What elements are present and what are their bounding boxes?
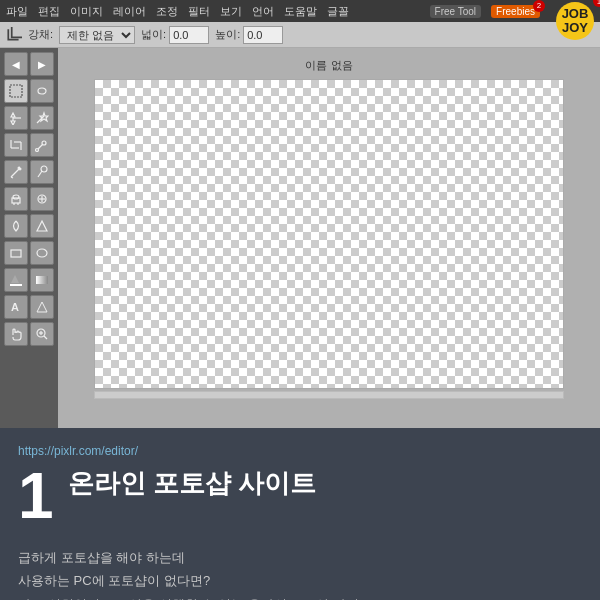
strength-label: 강채:: [28, 27, 53, 42]
free-tool-badge[interactable]: Free Tool 1: [430, 5, 482, 18]
svg-marker-4: [40, 113, 48, 121]
height-field: 높이:: [215, 26, 283, 44]
menu-item-font[interactable]: 글꼴: [327, 4, 349, 19]
svg-rect-25: [11, 250, 21, 257]
move-tool-button[interactable]: [4, 106, 28, 130]
tool-group-nav2: [0, 322, 58, 346]
svg-point-26: [37, 249, 47, 257]
zoom-tool-button[interactable]: [30, 322, 54, 346]
tool-group-shape: [0, 241, 58, 265]
svg-point-9: [42, 141, 46, 145]
crop-icon: [6, 27, 22, 43]
menu-item-image[interactable]: 이미지: [70, 4, 103, 19]
logo: JOB JOY: [556, 2, 594, 40]
gradient-tool-button[interactable]: [30, 268, 54, 292]
toolbar: 강채: 제한 없음 넓이: 높이:: [0, 22, 600, 48]
bottom-desc: 급하게 포토샵을 해야 하는데 사용하는 PC에 포토샵이 없다면? 따로 설치…: [18, 546, 582, 600]
strength-select[interactable]: 제한 없음: [59, 26, 135, 44]
freebies-count: 2: [533, 0, 545, 12]
stamp-tool-button[interactable]: [4, 187, 28, 211]
toolbox: ◀ ▶: [0, 48, 58, 428]
marquee-tool-button[interactable]: [4, 79, 28, 103]
bottom-title: 온라인 포토샵 사이트: [68, 468, 316, 499]
blur-tool-button[interactable]: [4, 214, 28, 238]
height-label: 높이:: [215, 27, 240, 42]
next-nav-button[interactable]: ▶: [30, 52, 54, 76]
svg-line-12: [11, 169, 19, 177]
menu-item-lang[interactable]: 언어: [252, 4, 274, 19]
tool-group-crop: [0, 133, 58, 157]
desc-line3: 따로 설치없이 포토샵을 실행할 수 있는 온라인 포토샵 사이트!: [18, 593, 582, 600]
menu-item-view[interactable]: 보기: [220, 4, 242, 19]
svg-line-33: [44, 336, 47, 339]
svg-rect-28: [10, 284, 22, 286]
desc-line2: 사용하는 PC에 포토샵이 없다면?: [18, 569, 582, 592]
eyedropper-button[interactable]: [30, 133, 54, 157]
svg-rect-0: [10, 85, 22, 97]
tool-group-blur: [0, 214, 58, 238]
menu-item-help[interactable]: 도움말: [284, 4, 317, 19]
desc-line1: 급하게 포토샵을 해야 하는데: [18, 546, 582, 569]
pencil-tool-button[interactable]: [4, 160, 28, 184]
svg-line-16: [38, 171, 42, 177]
text-tool-button[interactable]: A: [4, 295, 28, 319]
menu-bar: 파일 편집 이미지 레이어 조정 필터 보기 언어 도움말 글꼴 Free To…: [0, 0, 600, 22]
menu-item-edit[interactable]: 편집: [38, 4, 60, 19]
shape-extra-button[interactable]: [30, 295, 54, 319]
svg-rect-29: [36, 276, 48, 284]
svg-point-11: [36, 149, 39, 152]
svg-line-14: [11, 177, 13, 178]
width-field: 넓이:: [141, 26, 209, 44]
horizontal-scrollbar[interactable]: [94, 391, 564, 399]
canvas-wrapper: 이름 없음: [58, 48, 600, 428]
fill-tool-button[interactable]: [4, 268, 28, 292]
svg-marker-24: [37, 221, 47, 231]
menu-item-adjust[interactable]: 조정: [156, 4, 178, 19]
bottom-section: https://pixlr.com/editor/ 1 온라인 포토샵 사이트 …: [0, 428, 600, 600]
tool-group-stamp: [0, 187, 58, 211]
sharpen-tool-button[interactable]: [30, 214, 54, 238]
ellipse-shape-button[interactable]: [30, 241, 54, 265]
rect-shape-button[interactable]: [4, 241, 28, 265]
menu-item-file[interactable]: 파일: [6, 4, 28, 19]
magic-wand-button[interactable]: [30, 106, 54, 130]
width-input[interactable]: [169, 26, 209, 44]
svg-marker-1: [11, 113, 15, 125]
bottom-number-row: 1 온라인 포토샵 사이트: [18, 464, 582, 528]
tool-group-nav: ◀ ▶: [0, 52, 58, 76]
tool-group-fill: [0, 268, 58, 292]
heal-tool-button[interactable]: [30, 187, 54, 211]
prev-nav-button[interactable]: ◀: [4, 52, 28, 76]
main-area: ◀ ▶: [0, 48, 600, 428]
menu-item-layer[interactable]: 레이어: [113, 4, 146, 19]
height-input[interactable]: [243, 26, 283, 44]
logo-line2: JOY: [562, 21, 588, 35]
bottom-url[interactable]: https://pixlr.com/editor/: [18, 444, 582, 458]
svg-marker-31: [37, 302, 47, 312]
menu-item-filter[interactable]: 필터: [188, 4, 210, 19]
free-tool-count: 1: [593, 0, 600, 7]
tool-group-text: A: [0, 295, 58, 319]
canvas-title: 이름 없음: [68, 58, 590, 73]
tool-group-move: [0, 106, 58, 130]
width-label: 넓이:: [141, 27, 166, 42]
lasso-tool-button[interactable]: [30, 79, 54, 103]
canvas[interactable]: [94, 79, 564, 389]
tool-group-brush: [0, 160, 58, 184]
freebies-badge[interactable]: Freebies 2: [491, 5, 540, 18]
hand-tool-button[interactable]: [4, 322, 28, 346]
svg-text:A: A: [11, 301, 19, 313]
tool-group-select: [0, 79, 58, 103]
svg-marker-27: [11, 275, 19, 283]
bottom-number: 1: [18, 464, 54, 528]
brush-tool-button[interactable]: [30, 160, 54, 184]
crop-tool-button[interactable]: [4, 133, 28, 157]
logo-line1: JOB: [562, 7, 589, 21]
